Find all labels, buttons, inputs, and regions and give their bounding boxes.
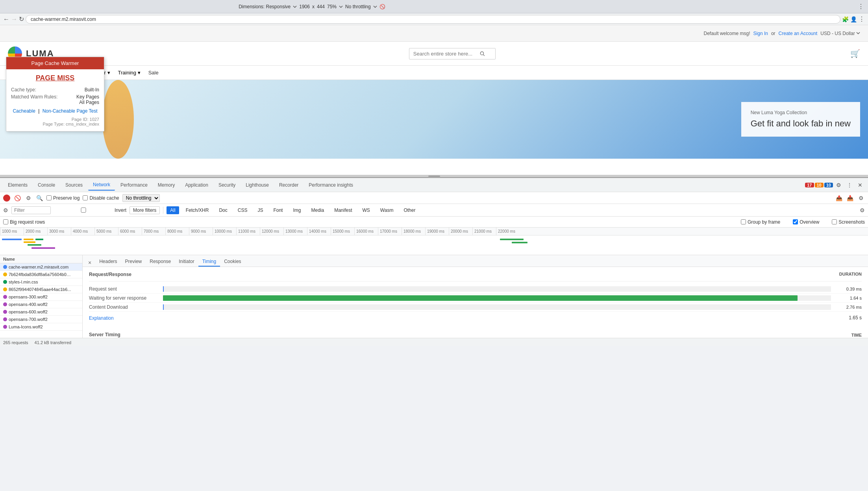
tab-elements[interactable]: Elements [3, 180, 32, 190]
network-item-5[interactable]: opensans-400.woff2 [0, 301, 82, 308]
filter-wasm-button[interactable]: Wasm [377, 206, 397, 214]
mark-21000ms: 21000 ms [472, 228, 496, 235]
big-request-rows-checkbox[interactable]: Big request rows [3, 219, 45, 225]
group-by-frame-checkbox[interactable]: Group by frame [741, 219, 780, 225]
refresh-button[interactable]: ↻ [19, 15, 24, 23]
throttling-select[interactable]: No throttling [122, 194, 160, 202]
item-name-8: Luma-Icons.woff2 [9, 324, 43, 329]
devtools-close-button[interactable]: ✕ [855, 181, 865, 189]
tab-memory[interactable]: Memory [153, 180, 180, 190]
devtools-settings-icon[interactable]: ⚙ [857, 194, 865, 202]
overview-checkbox[interactable]: Overview [793, 219, 819, 225]
screenshots-checkbox[interactable]: Screenshots [832, 219, 865, 225]
timeline-bar-xhr [28, 244, 41, 246]
store-search-input[interactable] [413, 51, 476, 57]
network-item-2[interactable]: styles-l.min.css [0, 278, 82, 286]
network-item-8[interactable]: Luma-Icons.woff2 [0, 323, 82, 331]
preserve-log-checkbox[interactable]: Preserve log [46, 195, 80, 201]
network-item-6[interactable]: opensans-600.woff2 [0, 308, 82, 316]
export-button[interactable]: 📥 [846, 194, 854, 202]
filter-toggle-button[interactable]: ⚙ [24, 194, 32, 202]
devtools-more-button[interactable]: ⋮ [844, 181, 855, 189]
detail-close-button[interactable]: × [86, 259, 94, 267]
timeline-bar-font2 [39, 247, 55, 249]
url-bar[interactable]: cache-warmer.m2.mirasvit.com [26, 15, 840, 24]
tab-application[interactable]: Application [180, 180, 213, 190]
network-item-4[interactable]: opensans-300.woff2 [0, 293, 82, 301]
settings-button[interactable]: ⚙ [834, 181, 844, 189]
filter-other-button[interactable]: Other [400, 206, 419, 214]
network-item-3[interactable]: 8652f9944074845aae44ac1b6... [0, 286, 82, 293]
menu-button[interactable]: ⋮ [859, 15, 865, 23]
mark-6000ms: 6000 ms [118, 228, 142, 235]
store-search-box[interactable] [409, 48, 496, 59]
network-content: Name cache-warmer.m2.mirasvit.com 7b624f… [0, 255, 868, 338]
explanation-link[interactable]: Explanation [89, 315, 114, 321]
filter-fetch-button[interactable]: Fetch/XHR [182, 206, 213, 214]
filter-input[interactable] [11, 206, 51, 214]
checkboxes-row: Big request rows Group by frame Overview… [0, 217, 868, 228]
currency-selector[interactable]: USD - US Dollar [820, 31, 860, 36]
detail-tab-initiator[interactable]: Initiator [175, 257, 198, 267]
detail-tab-headers[interactable]: Headers [95, 257, 121, 267]
detail-tab-response[interactable]: Response [146, 257, 175, 267]
page-test-link[interactable]: Page Test [76, 108, 97, 114]
filter-all-button[interactable]: All [167, 206, 179, 214]
tab-sources[interactable]: Sources [61, 180, 87, 190]
filter-ws-button[interactable]: WS [359, 206, 374, 214]
tab-network[interactable]: Network [88, 180, 115, 191]
search-button[interactable]: 🔍 [35, 194, 43, 202]
detail-tab-cookies[interactable]: Cookies [220, 257, 245, 267]
nav-training[interactable]: Training ▾ [118, 70, 141, 76]
invert-checkbox[interactable]: Invert [54, 208, 126, 213]
filter-css-button[interactable]: CSS [234, 206, 251, 214]
cache-type-row: Cache type: Built-In [11, 87, 99, 93]
request-count: 265 requests [3, 340, 28, 345]
filter-manifest-button[interactable]: Manifest [331, 206, 355, 214]
create-account-link[interactable]: Create an Account [779, 31, 818, 36]
network-item-7[interactable]: opensans-700.woff2 [0, 316, 82, 323]
timing-fill-waiting [163, 295, 798, 301]
cacheable-link[interactable]: Cacheable [13, 108, 35, 114]
network-settings-icon[interactable]: ⚙ [860, 207, 865, 213]
filter-doc-button[interactable]: Doc [215, 206, 231, 214]
item-type-dot-6 [3, 310, 7, 314]
more-filters-button[interactable]: More filters [130, 206, 160, 214]
detail-tab-timing[interactable]: Timing [198, 257, 220, 267]
import-button[interactable]: 📤 [835, 194, 843, 202]
disable-cache-checkbox[interactable]: Disable cache [83, 195, 119, 201]
non-cacheable-link[interactable]: Non-Cacheable [43, 108, 75, 114]
filter-media-button[interactable]: Media [307, 206, 328, 214]
timeline-bar-css [35, 239, 43, 240]
back-button[interactable]: ← [3, 16, 9, 23]
timeline-ruler: 1000 ms 2000 ms 3000 ms 4000 ms 5000 ms … [0, 228, 868, 235]
nav-sale[interactable]: Sale [148, 70, 159, 76]
tab-security[interactable]: Security [214, 180, 240, 190]
network-item-1[interactable]: 7b624fbda836df8a6a75604b02... [0, 271, 82, 278]
cache-warmer-status: MISS [57, 74, 74, 82]
extensions-button[interactable]: 🧩 [842, 16, 849, 22]
filter-img-button[interactable]: Img [289, 206, 304, 214]
detail-tab-preview[interactable]: Preview [121, 257, 146, 267]
timing-label-request-sent: Request sent [89, 286, 160, 292]
tab-performance[interactable]: Performance [116, 180, 152, 190]
cart-icon[interactable]: 🛒 [850, 49, 860, 58]
record-button[interactable] [3, 195, 10, 202]
cache-warmer-overlay: Page Cache Warmer PAGE MISS Cache type: … [6, 57, 104, 132]
devtools-tab-bar: Elements Console Sources Network Perform… [0, 178, 868, 192]
sign-in-link[interactable]: Sign In [753, 31, 768, 36]
throttling-label: No throttling [345, 4, 371, 9]
filter-js-button[interactable]: JS [254, 206, 267, 214]
tab-recorder[interactable]: Recorder [274, 180, 303, 190]
clear-button[interactable]: 🚫 [13, 194, 21, 202]
network-item-0[interactable]: cache-warmer.m2.mirasvit.com [0, 263, 82, 271]
cache-warmer-body: PAGE MISS Cache type: Built-In Matched W… [6, 69, 104, 131]
forward-button[interactable]: → [11, 16, 17, 23]
zoom-dropdown-icon [339, 5, 343, 9]
profile-button[interactable]: 👤 [850, 16, 857, 22]
tab-console[interactable]: Console [33, 180, 60, 190]
more-options-icon[interactable]: ⋮ [858, 3, 864, 10]
tab-performance-insights[interactable]: Performance insights [304, 180, 358, 190]
filter-font-button[interactable]: Font [270, 206, 286, 214]
tab-lighthouse[interactable]: Lighthouse [241, 180, 274, 190]
